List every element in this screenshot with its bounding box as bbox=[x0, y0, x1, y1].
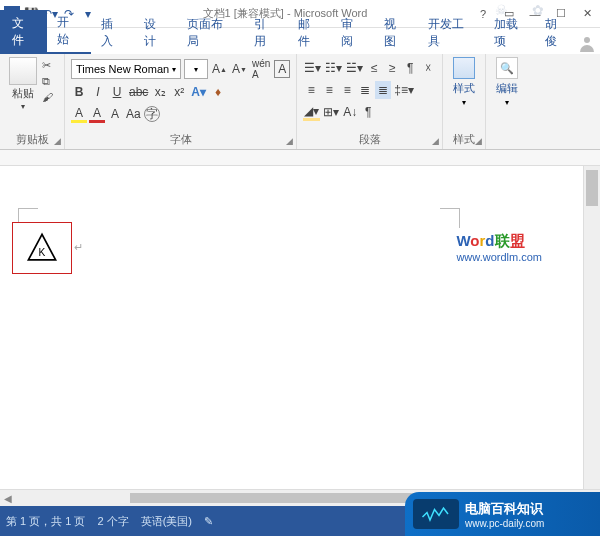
group-font-label: 字体 bbox=[170, 133, 192, 145]
subscript-button[interactable]: x₂ bbox=[152, 83, 168, 101]
status-words[interactable]: 2 个字 bbox=[97, 514, 128, 529]
watermark: Word联盟 www.wordlm.com bbox=[456, 232, 542, 263]
font-dialog-icon[interactable]: ◢ bbox=[286, 136, 293, 146]
triangle-icon: K bbox=[25, 231, 59, 265]
hscroll-left-icon[interactable]: ◀ bbox=[0, 493, 16, 504]
tab-layout[interactable]: 页面布局 bbox=[177, 12, 244, 54]
tab-home[interactable]: 开始 bbox=[47, 10, 90, 54]
line-spacing-icon[interactable]: ‡≡▾ bbox=[393, 81, 415, 99]
ltr-icon[interactable]: ¶ bbox=[402, 59, 418, 77]
decrease-indent-icon[interactable]: ≤ bbox=[366, 59, 382, 77]
watermark-url: www.wordlm.com bbox=[456, 251, 542, 263]
tab-addins[interactable]: 加载项 bbox=[484, 12, 539, 54]
grow-font-icon[interactable]: A▲ bbox=[211, 60, 228, 78]
paragraph-dialog-icon[interactable]: ◢ bbox=[432, 136, 439, 146]
monitor-icon bbox=[413, 499, 459, 529]
enclose-char-icon[interactable]: 字 bbox=[144, 106, 160, 122]
group-editing: 🔍 编辑 ▾ bbox=[486, 54, 528, 149]
format-painter-icon[interactable]: 🖌 bbox=[42, 91, 56, 103]
group-font: Times New Roman▾ ▾ A▲ A▼ wénA A B I U ab… bbox=[65, 54, 297, 149]
tab-mailings[interactable]: 邮件 bbox=[288, 12, 331, 54]
paste-label: 粘贴 bbox=[12, 86, 34, 101]
font-size-combo[interactable]: ▾ bbox=[184, 59, 208, 79]
group-paragraph: ☰▾ ☷▾ ☱▾ ≤ ≥ ¶ ☓ ≡ ≡ ≡ ≣ ≣ ‡≡▾ ◢▾ ⊞▾ A↓ … bbox=[297, 54, 443, 149]
justify-icon[interactable]: ≣ bbox=[357, 81, 373, 99]
status-lang[interactable]: 英语(美国) bbox=[141, 514, 192, 529]
vertical-scrollbar[interactable] bbox=[583, 166, 600, 504]
sort-icon[interactable]: A↓ bbox=[342, 103, 358, 121]
tab-file[interactable]: 文件 bbox=[0, 10, 47, 54]
ribbon-tabs: 文件 开始 插入 设计 页面布局 引用 邮件 审阅 视图 开发工具 加载项 胡俊 bbox=[0, 28, 600, 54]
banner-url: www.pc-daily.com bbox=[465, 518, 544, 529]
tab-developer[interactable]: 开发工具 bbox=[418, 12, 485, 54]
ghost-gear-icon: ✿ bbox=[532, 2, 544, 18]
group-clipboard: 粘贴 ▾ ✂ ⧉ 🖌 剪贴板◢ bbox=[0, 54, 65, 149]
copy-icon[interactable]: ⧉ bbox=[42, 75, 56, 88]
strike-button[interactable]: abc bbox=[128, 83, 149, 101]
horizontal-ruler[interactable] bbox=[0, 150, 600, 166]
tab-view[interactable]: 视图 bbox=[374, 12, 417, 54]
paragraph-mark-icon: ↵ bbox=[74, 241, 83, 254]
phonetic-guide-icon[interactable]: wénA bbox=[251, 60, 271, 78]
text-effects-icon[interactable]: A▾ bbox=[190, 83, 207, 101]
paste-icon bbox=[9, 57, 37, 85]
shrink-font-icon[interactable]: A▼ bbox=[231, 60, 248, 78]
superscript-button[interactable]: x² bbox=[171, 83, 187, 101]
close-icon[interactable]: ✕ bbox=[574, 4, 600, 24]
group-clipboard-label: 剪贴板 bbox=[16, 133, 49, 145]
align-center-icon[interactable]: ≡ bbox=[321, 81, 337, 99]
document-area[interactable]: K ↵ Word联盟 www.wordlm.com bbox=[0, 166, 583, 504]
cut-icon[interactable]: ✂ bbox=[42, 59, 56, 72]
group-paragraph-label: 段落 bbox=[359, 133, 381, 145]
group-styles: 样式 ▾ 样式◢ bbox=[443, 54, 486, 149]
group-editing-label bbox=[492, 133, 522, 147]
margin-corner-tr bbox=[440, 208, 460, 228]
watermark-text: Word联盟 bbox=[456, 232, 542, 251]
enclosed-triangle-char[interactable]: K ↵ bbox=[12, 222, 72, 274]
tab-design[interactable]: 设计 bbox=[134, 12, 177, 54]
align-right-icon[interactable]: ≡ bbox=[339, 81, 355, 99]
paste-button[interactable]: 粘贴 ▾ bbox=[6, 57, 40, 130]
shading-icon[interactable]: ◢▾ bbox=[303, 103, 320, 121]
multilevel-icon[interactable]: ☱▾ bbox=[345, 59, 364, 77]
svg-point-0 bbox=[584, 37, 590, 43]
status-page[interactable]: 第 1 页，共 1 页 bbox=[6, 514, 85, 529]
tab-review[interactable]: 审阅 bbox=[331, 12, 374, 54]
banner-title: 电脑百科知识 bbox=[465, 500, 544, 518]
ghost-skull-icon: ☠ bbox=[495, 2, 508, 18]
rtl-icon[interactable]: ☓ bbox=[420, 59, 436, 77]
char-border-icon[interactable]: A bbox=[274, 60, 290, 78]
user-avatar-icon[interactable] bbox=[575, 32, 600, 54]
show-marks-icon[interactable]: ¶ bbox=[360, 103, 376, 121]
numbering-icon[interactable]: ☷▾ bbox=[324, 59, 343, 77]
underline-button[interactable]: U bbox=[109, 83, 125, 101]
svg-text:K: K bbox=[39, 247, 46, 258]
ribbon: 粘贴 ▾ ✂ ⧉ 🖌 剪贴板◢ Times New Roman▾ ▾ A▲ A▼… bbox=[0, 54, 600, 150]
italic-button[interactable]: I bbox=[90, 83, 106, 101]
distribute-icon[interactable]: ≣ bbox=[375, 81, 391, 99]
styles-dialog-icon[interactable]: ◢ bbox=[475, 136, 482, 146]
font-name-combo[interactable]: Times New Roman▾ bbox=[71, 59, 181, 79]
tab-insert[interactable]: 插入 bbox=[91, 12, 134, 54]
clipboard-dialog-icon[interactable]: ◢ bbox=[54, 136, 61, 146]
styles-icon bbox=[453, 57, 475, 79]
styles-button[interactable]: 样式 ▾ bbox=[449, 57, 479, 130]
highlight-icon[interactable]: A bbox=[71, 105, 87, 123]
page: K ↵ Word联盟 www.wordlm.com bbox=[0, 166, 560, 190]
char-shading-icon[interactable]: A bbox=[107, 105, 123, 123]
find-icon: 🔍 bbox=[496, 57, 518, 79]
increase-indent-icon[interactable]: ≥ bbox=[384, 59, 400, 77]
font-color-icon[interactable]: A bbox=[89, 105, 105, 123]
borders-icon[interactable]: ⊞▾ bbox=[322, 103, 340, 121]
editing-button[interactable]: 🔍 编辑 ▾ bbox=[492, 57, 522, 133]
bullets-icon[interactable]: ☰▾ bbox=[303, 59, 322, 77]
clear-format-icon[interactable]: ♦ bbox=[210, 83, 226, 101]
tab-account[interactable]: 胡俊 bbox=[539, 12, 574, 54]
align-left-icon[interactable]: ≡ bbox=[303, 81, 319, 99]
tab-references[interactable]: 引用 bbox=[244, 12, 287, 54]
change-case-icon[interactable]: Aa bbox=[125, 105, 142, 123]
bold-button[interactable]: B bbox=[71, 83, 87, 101]
pc-daily-banner: 电脑百科知识 www.pc-daily.com bbox=[405, 492, 600, 536]
vscroll-thumb[interactable] bbox=[586, 170, 598, 206]
status-input-icon[interactable]: ✎ bbox=[204, 515, 213, 528]
